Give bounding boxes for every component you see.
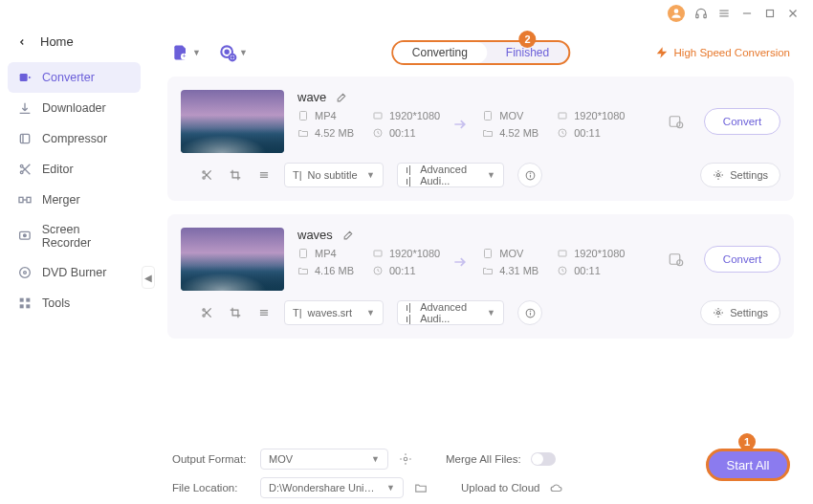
cut-icon[interactable] [200, 306, 213, 319]
menu-icon[interactable] [717, 7, 731, 20]
sidebar-item-dvd-burner[interactable]: DVD Burner [0, 257, 148, 288]
gear-icon [713, 307, 724, 318]
close-button[interactable] [786, 7, 800, 20]
chevron-left-icon [17, 37, 27, 47]
sidebar-item-label: DVD Burner [42, 266, 106, 279]
svg-rect-28 [26, 304, 30, 308]
cut-icon[interactable] [200, 168, 213, 182]
tab-label: Finished [506, 46, 549, 59]
sidebar-item-converter[interactable]: Converter [8, 62, 141, 93]
output-settings-icon[interactable] [668, 228, 691, 291]
crop-icon[interactable] [229, 306, 242, 319]
settings-gear-icon[interactable] [398, 451, 413, 467]
svg-rect-40 [485, 112, 492, 121]
src-resolution: 1920*1080 [389, 248, 440, 259]
converter-icon [17, 70, 33, 85]
caret-down-icon: ▼ [192, 48, 201, 57]
list-icon[interactable] [257, 168, 271, 182]
crop-icon[interactable] [229, 168, 242, 182]
list-icon[interactable] [257, 306, 271, 319]
svg-point-15 [20, 171, 23, 174]
settings-button[interactable]: Settings [700, 163, 780, 187]
convert-button[interactable]: Convert [704, 108, 780, 135]
file-icon [297, 248, 309, 259]
svg-rect-56 [300, 250, 307, 258]
sidebar-item-label: Compressor [42, 132, 107, 145]
caret-down-icon: ▼ [371, 454, 380, 464]
minimize-button[interactable] [740, 7, 754, 20]
thumbnail[interactable] [181, 228, 284, 291]
thumbnail[interactable] [181, 90, 284, 153]
file-location-value: D:\Wondershare UniConverter 1 [269, 482, 381, 493]
avatar[interactable] [668, 5, 685, 22]
folder-icon [297, 127, 309, 139]
svg-rect-60 [559, 251, 566, 256]
file-title: waves [297, 228, 333, 242]
settings-button[interactable]: Settings [700, 300, 780, 325]
hispeed-label: High Speed Conversion [674, 47, 790, 58]
sidebar-item-compressor[interactable]: Compressor [0, 123, 148, 154]
file-location-label: File Location: [172, 482, 251, 493]
output-settings-icon[interactable] [668, 90, 691, 153]
clock-icon [372, 265, 384, 276]
sidebar-item-tools[interactable]: Tools [0, 288, 148, 318]
file-location-select[interactable]: D:\Wondershare UniConverter 1▼ [260, 477, 404, 498]
edit-icon[interactable] [336, 91, 348, 103]
src-duration: 00:11 [389, 127, 416, 139]
audio-select[interactable]: ı|ı|Advanced Audi...▼ [397, 163, 504, 187]
sidebar-item-merger[interactable]: Merger [0, 185, 148, 215]
svg-point-32 [225, 51, 228, 54]
add-url-button[interactable]: ▼ [218, 43, 248, 62]
svg-point-54 [530, 173, 531, 174]
subtitle-select[interactable]: T|waves.srt▼ [284, 300, 384, 325]
dst-size: 4.31 MB [499, 265, 538, 276]
folder-open-icon[interactable] [413, 480, 428, 495]
svg-rect-1 [696, 14, 698, 18]
sidebar-item-label: Screen Recorder [42, 223, 131, 250]
sidebar-item-screen-recorder[interactable]: Screen Recorder [0, 215, 148, 257]
svg-rect-25 [20, 298, 24, 302]
svg-rect-37 [300, 112, 307, 121]
tab-finished[interactable]: 2 Finished [487, 42, 568, 63]
svg-rect-7 [767, 11, 774, 17]
titlebar [668, 0, 813, 27]
cloud-icon[interactable] [549, 480, 564, 495]
home-row[interactable]: Home [0, 27, 148, 62]
src-size: 4.16 MB [315, 265, 354, 276]
collapse-sidebar-button[interactable]: ◀ [142, 266, 155, 289]
merge-toggle[interactable] [531, 452, 556, 466]
output-format-value: MOV [269, 453, 293, 465]
sidebar-item-label: Converter [42, 71, 95, 84]
tab-label: Converting [412, 46, 468, 59]
start-all-button[interactable]: Start All [706, 449, 790, 481]
caret-down-icon: ▼ [386, 483, 395, 493]
sidebar-item-editor[interactable]: Editor [0, 154, 148, 185]
src-duration: 00:11 [389, 265, 416, 276]
download-icon [17, 100, 33, 116]
svg-point-46 [203, 177, 205, 179]
info-button[interactable] [517, 163, 542, 187]
edit-icon[interactable] [342, 229, 355, 241]
src-size: 4.52 MB [315, 127, 354, 139]
output-format-label: Output Format: [172, 453, 251, 465]
headset-icon[interactable] [694, 7, 708, 20]
svg-rect-19 [27, 197, 31, 202]
add-file-button[interactable]: + ▼ [171, 43, 201, 62]
subtitle-value: waves.srt [308, 307, 352, 318]
subtitle-select[interactable]: T|No subtitle▼ [284, 163, 384, 187]
file-list: wave MP4 1920*1080 4.52 MB 00:11 [158, 77, 803, 339]
tab-converting[interactable]: Converting [393, 42, 487, 63]
output-format-select[interactable]: MOV▼ [260, 449, 388, 470]
svg-marker-36 [656, 47, 667, 58]
high-speed-conversion[interactable]: High Speed Conversion [655, 46, 790, 59]
maximize-button[interactable] [763, 7, 777, 20]
scissors-icon [17, 162, 33, 177]
sidebar-item-downloader[interactable]: Downloader [0, 93, 148, 123]
convert-button[interactable]: Convert [704, 246, 780, 273]
audio-select[interactable]: ı|ı|Advanced Audi...▼ [397, 300, 504, 325]
svg-rect-12 [20, 134, 29, 142]
footer: Output Format: MOV▼ Merge All Files: Fil… [172, 449, 800, 496]
svg-rect-2 [704, 14, 706, 18]
src-format: MP4 [315, 110, 337, 121]
info-button[interactable] [517, 300, 542, 325]
